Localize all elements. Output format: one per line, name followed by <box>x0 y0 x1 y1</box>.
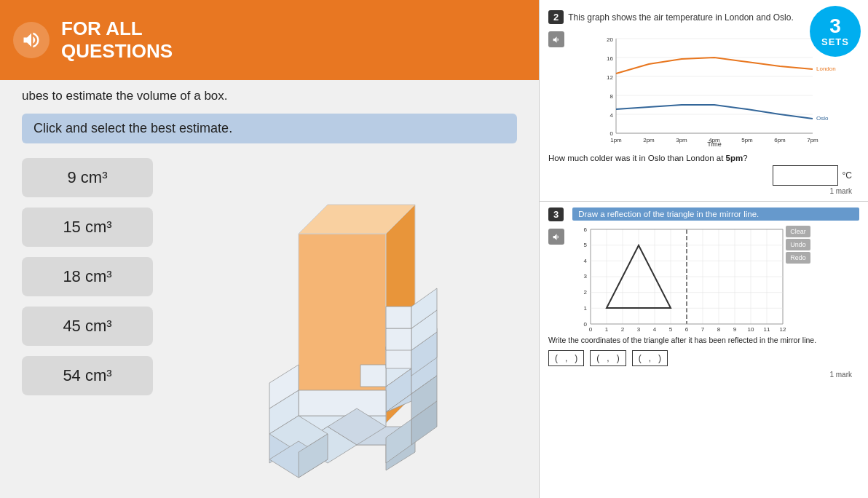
svg-text:8: 8 <box>610 93 614 100</box>
svg-marker-10 <box>299 390 386 416</box>
svg-text:12: 12 <box>780 326 786 331</box>
svg-text:2: 2 <box>584 289 588 296</box>
chart-container: Air Temperature (°C) <box>569 31 838 148</box>
svg-text:Oslo: Oslo <box>816 115 829 122</box>
speaker-icon[interactable] <box>13 22 50 58</box>
sets-number: 3 <box>829 16 841 36</box>
svg-text:1: 1 <box>605 326 609 331</box>
clear-button[interactable]: Clear <box>786 226 810 237</box>
svg-text:7: 7 <box>701 326 705 331</box>
svg-text:2pm: 2pm <box>643 137 655 143</box>
q3-footer: 1 mark <box>548 369 859 379</box>
svg-text:5pm: 5pm <box>741 137 753 143</box>
coords-row: ( , ) ( , ) ( , ) <box>548 350 859 366</box>
sets-badge: 3 SETS <box>810 6 861 57</box>
q3-instruction-label: Draw a reflection of the triangle in the… <box>572 208 859 221</box>
svg-text:6: 6 <box>685 326 689 331</box>
svg-text:0: 0 <box>584 321 588 328</box>
svg-text:Time: Time <box>707 141 722 148</box>
right-panel: 3 SETS 2 This graph shows the air temper… <box>539 0 868 498</box>
header-text: FOR ALL QUESTIONS <box>61 17 173 63</box>
svg-text:5: 5 <box>669 326 673 331</box>
svg-text:3: 3 <box>637 326 641 331</box>
answer-btn-15cm3[interactable]: 15 cm³ <box>22 208 153 247</box>
undo-button[interactable]: Undo <box>786 239 810 250</box>
q3-graph-area: 0 1 2 3 4 5 6 7 8 9 10 11 12 0 <box>569 226 809 331</box>
q3-audio-button[interactable] <box>548 229 564 245</box>
instruction-bar: Click and select the best estimate. <box>22 114 517 143</box>
svg-text:4: 4 <box>610 112 614 119</box>
svg-text:1: 1 <box>584 305 588 312</box>
q2-answer-input[interactable] <box>773 165 838 186</box>
svg-text:4: 4 <box>653 326 657 331</box>
coord-input-2[interactable]: ( , ) <box>590 350 626 366</box>
q3-header: 3 Draw a reflection of the triangle in t… <box>548 208 859 221</box>
header-bar: FOR ALL QUESTIONS <box>0 0 539 80</box>
svg-text:1pm: 1pm <box>610 137 622 143</box>
sets-word: SETS <box>821 36 849 47</box>
answer-btn-54cm3[interactable]: 54 cm³ <box>22 356 153 395</box>
question-intro: ubes to estimate the volume of a box. <box>0 80 539 103</box>
svg-text:6pm: 6pm <box>774 137 786 143</box>
coord-input-3[interactable]: ( , ) <box>632 350 668 366</box>
svg-text:8: 8 <box>717 326 721 331</box>
q2-mark: 1 mark <box>548 187 859 195</box>
answer-btn-9cm3[interactable]: 9 cm³ <box>22 158 153 197</box>
q3-section: 3 Draw a reflection of the triangle in t… <box>540 208 868 379</box>
q2-number: 2 <box>548 10 564 24</box>
svg-text:10: 10 <box>748 326 754 331</box>
svg-text:6: 6 <box>584 226 588 233</box>
answer-btn-45cm3[interactable]: 45 cm³ <box>22 307 153 346</box>
svg-text:3pm: 3pm <box>676 137 687 143</box>
q3-write-coords-label: Write the coordinates of the triangle af… <box>548 336 859 346</box>
answer-btn-18cm3[interactable]: 18 cm³ <box>22 257 153 296</box>
q2-subquestion: How much colder was it in Oslo than Lond… <box>548 154 859 162</box>
svg-text:0: 0 <box>610 130 614 137</box>
svg-text:9: 9 <box>733 326 737 331</box>
svg-text:5: 5 <box>584 242 588 248</box>
svg-text:3: 3 <box>584 273 588 280</box>
svg-marker-25 <box>386 307 411 328</box>
svg-text:12: 12 <box>607 74 613 81</box>
svg-text:16: 16 <box>607 55 613 62</box>
q2-answer-row: °C <box>548 165 859 186</box>
q2-unit: °C <box>843 170 852 181</box>
q3-number: 3 <box>548 208 564 221</box>
coord-input-1[interactable]: ( , ) <box>548 350 584 366</box>
answer-options: 9 cm³ 15 cm³ 18 cm³ 45 cm³ 54 cm³ <box>22 158 153 483</box>
box-visual <box>167 158 517 483</box>
redo-button[interactable]: Redo <box>786 252 810 264</box>
svg-text:0: 0 <box>589 326 593 331</box>
q2-audio-button[interactable] <box>548 31 564 47</box>
svg-marker-24 <box>386 328 411 350</box>
svg-text:7pm: 7pm <box>807 137 818 143</box>
q3-mark: 1 mark <box>829 371 859 379</box>
left-panel: FOR ALL QUESTIONS ubes to estimate the v… <box>0 0 539 498</box>
svg-text:11: 11 <box>764 326 770 331</box>
svg-text:20: 20 <box>607 36 613 43</box>
graph-tools: Clear Undo Redo <box>786 226 810 264</box>
svg-text:London: London <box>816 66 836 72</box>
content-area: 9 cm³ 15 cm³ 18 cm³ 45 cm³ 54 cm³ <box>0 143 539 498</box>
svg-text:4: 4 <box>584 258 588 264</box>
q2-description: This graph shows the air temperature in … <box>568 12 794 23</box>
svg-text:2: 2 <box>621 326 625 331</box>
svg-marker-5 <box>360 365 386 387</box>
